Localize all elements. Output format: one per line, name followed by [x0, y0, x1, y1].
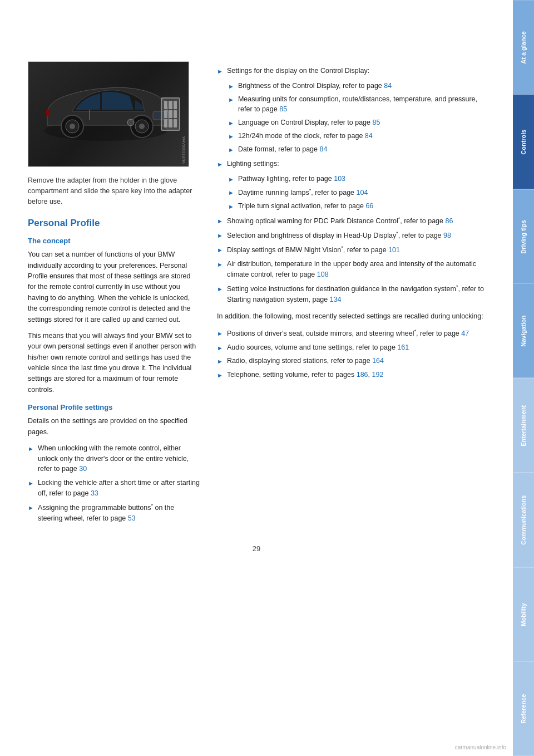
svg-point-6 — [139, 124, 145, 129]
tab-mobility[interactable]: Mobility — [513, 567, 534, 662]
link-page-47[interactable]: 47 — [461, 330, 469, 337]
link-page-192[interactable]: 192 — [372, 371, 384, 379]
link-page-103[interactable]: 103 — [334, 175, 345, 183]
bullet-lighting: ► Lighting settings: — [217, 159, 485, 169]
link-page-134[interactable]: 134 — [330, 296, 342, 303]
link-page-33[interactable]: 33 — [91, 489, 98, 497]
bullet-seat: ► Positions of driver's seat, outside mi… — [217, 328, 485, 339]
sub-text-l2: Daytime running lamps*, refer to page 10… — [238, 187, 368, 198]
svg-point-3 — [70, 124, 75, 129]
svg-rect-11 — [89, 110, 90, 120]
link-page-85a[interactable]: 85 — [279, 105, 287, 113]
bullet-nv-text: Display settings of BMW Night Vision*, r… — [227, 244, 485, 256]
key-icon — [161, 97, 180, 131]
bullet-arrow-1: ► — [28, 444, 34, 454]
link-page-164[interactable]: 164 — [372, 357, 384, 365]
link-page-85b[interactable]: 85 — [372, 119, 380, 126]
tab-controls[interactable]: Controls — [513, 95, 534, 189]
bullet-telephone: ► Telephone, setting volume, refer to pa… — [217, 370, 485, 380]
sub-arrow-5: ► — [228, 145, 234, 155]
bullet-night-vision: ► Display settings of BMW Night Vision*,… — [217, 244, 485, 256]
bullet-air: ► Air distribution, temperature in the u… — [217, 259, 485, 280]
sub-text-l1: Pathway lighting, refer to page 103 — [238, 174, 345, 184]
two-column-layout: W4V00031BNA Remove the adapter from the … — [28, 61, 485, 528]
bullet-arrow-pdc: ► — [217, 217, 223, 226]
sub-arrow-l1: ► — [228, 175, 234, 184]
sub-text-l3: Triple turn signal activation, refer to … — [238, 201, 373, 212]
sub-arrow-l2: ► — [228, 188, 234, 198]
page-number: 29 — [28, 544, 485, 564]
sub-bullet-triple: ► Triple turn signal activation, refer t… — [228, 201, 485, 212]
addition-bullets-list: ► Positions of driver's seat, outside mi… — [217, 328, 485, 380]
tab-navigation[interactable]: Navigation — [513, 283, 534, 378]
bullet-arrow-display: ► — [217, 67, 223, 76]
link-page-84b[interactable]: 84 — [365, 132, 373, 140]
link-page-30[interactable]: 30 — [79, 465, 87, 473]
left-column: W4V00031BNA Remove the adapter from the … — [28, 61, 200, 528]
bullet-arrow-tel: ► — [217, 371, 223, 380]
bullet-radio: ► Radio, displaying stored stations, ref… — [217, 356, 485, 366]
bullet-arrow-hud: ► — [217, 231, 223, 240]
concept-heading: The concept — [28, 237, 200, 245]
bullet-locking: ► Locking the vehicle after a short time… — [28, 478, 200, 499]
tab-driving-tips[interactable]: Driving tips — [513, 189, 534, 284]
tab-at-a-glance[interactable]: At a glance — [513, 0, 534, 95]
sub-arrow-l3: ► — [228, 202, 234, 212]
svg-rect-10 — [46, 110, 50, 116]
tab-entertainment[interactable]: Entertainment — [513, 378, 534, 473]
svg-point-12 — [127, 119, 134, 126]
link-page-98[interactable]: 98 — [443, 232, 451, 239]
bullet-pdc: ► Showing optical warning for PDC Park D… — [217, 215, 485, 227]
bullet-tel-text: Telephone, setting volume, refer to page… — [227, 370, 485, 380]
lighting-list: ► Lighting settings: — [217, 159, 485, 169]
link-page-186[interactable]: 186 — [357, 371, 368, 379]
link-page-108[interactable]: 108 — [317, 271, 329, 278]
svg-rect-8 — [155, 113, 160, 118]
link-page-101[interactable]: 101 — [388, 246, 400, 254]
side-navigation: At a glance Controls Driving tips Naviga… — [513, 0, 534, 756]
display-sub-list: ► Brightness of the Control Display, ref… — [228, 81, 485, 155]
bullet-lighting-text: Lighting settings: — [227, 159, 485, 169]
other-bullets-list: ► Showing optical warning for PDC Park D… — [217, 215, 485, 305]
link-page-161[interactable]: 161 — [397, 343, 409, 351]
bullet-arrow-seat: ► — [217, 329, 223, 338]
sub-text-5: Date format, refer to page 84 — [238, 144, 328, 155]
main-content: W4V00031BNA Remove the adapter from the … — [0, 0, 513, 756]
settings-intro: Details on the settings are provided on … — [28, 416, 200, 438]
sub-bullet-language: ► Language on Control Display, refer to … — [228, 117, 485, 128]
link-page-66[interactable]: 66 — [365, 202, 373, 210]
car-image: W4V00031BNA — [28, 61, 189, 167]
addition-text: In addition, the following, most recentl… — [217, 311, 485, 322]
sub-bullet-daytime: ► Daytime running lamps*, refer to page … — [228, 187, 485, 198]
right-column: ► Settings for the display on the Contro… — [217, 61, 485, 528]
sub-arrow-1: ► — [228, 82, 234, 91]
link-page-53[interactable]: 53 — [128, 514, 136, 522]
concept-text-2: This means that you will always find you… — [28, 331, 200, 395]
concept-text-1: You can set a number of functions of you… — [28, 249, 200, 325]
bullet-programmable: ► Assigning the programmable buttons* on… — [28, 502, 200, 524]
bullet-arrow-2: ► — [28, 479, 34, 488]
display-settings-list: ► Settings for the display on the Contro… — [217, 66, 485, 76]
tab-reference[interactable]: Reference — [513, 661, 534, 756]
image-watermark: W4V00031BNA — [182, 136, 186, 164]
sub-bullet-clock: ► 12h/24h mode of the clock, refer to pa… — [228, 131, 485, 141]
bullet-text-2: Locking the vehicle after a short time o… — [38, 478, 200, 499]
sub-arrow-3: ► — [228, 119, 234, 128]
link-page-86[interactable]: 86 — [446, 218, 453, 225]
settings-bullets-list: ► When unlocking with the remote control… — [28, 443, 200, 523]
personal-profile-heading: Personal Profile — [28, 218, 200, 229]
bullet-air-text: Air distribution, temperature in the upp… — [227, 259, 485, 280]
bullet-arrow-lighting: ► — [217, 160, 223, 169]
bullet-hud-text: Selection and brightness of display in H… — [227, 230, 485, 241]
bullet-radio-text: Radio, displaying stored stations, refer… — [227, 356, 485, 366]
sub-bullet-date: ► Date format, refer to page 84 — [228, 144, 485, 155]
bullet-arrow-3: ► — [28, 503, 34, 513]
sub-text-2: Measuring units for consumption, route/d… — [238, 94, 485, 115]
bullet-pdc-text: Showing optical warning for PDC Park Dis… — [227, 215, 485, 227]
tab-communications[interactable]: Communications — [513, 473, 534, 567]
bottom-watermark: carmanualonline.info — [455, 744, 506, 750]
link-page-104[interactable]: 104 — [357, 189, 368, 197]
link-page-84c[interactable]: 84 — [320, 145, 328, 153]
bullet-unlock: ► When unlocking with the remote control… — [28, 443, 200, 474]
link-page-84a[interactable]: 84 — [384, 82, 392, 90]
